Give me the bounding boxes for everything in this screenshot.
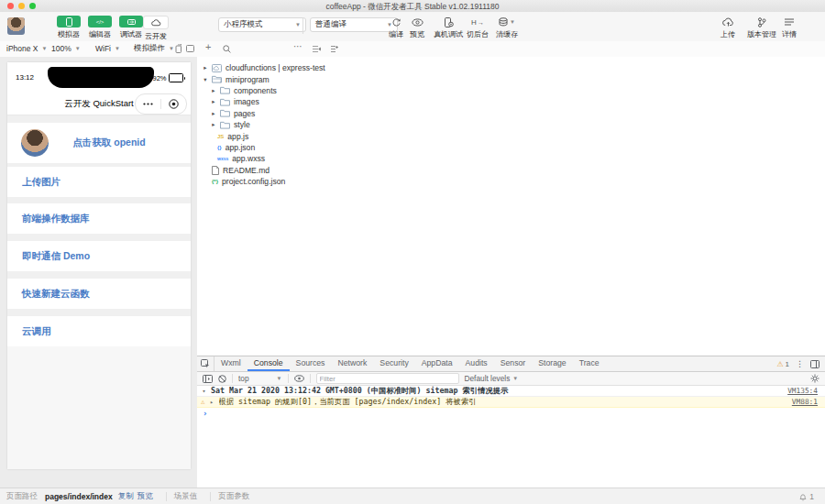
more-menu-button[interactable]: [136, 94, 160, 114]
menu-item-realtime-demo[interactable]: 即时通信 Demo: [7, 241, 191, 271]
console-sidebar-icon[interactable]: [203, 375, 213, 383]
screenshot-icon[interactable]: [186, 44, 194, 53]
log-levels-select[interactable]: Default levels ▼: [465, 374, 519, 383]
rotate-device-icon[interactable]: [175, 44, 182, 53]
tree-item-app-js[interactable]: JS app.js: [197, 130, 346, 141]
tab-wxml[interactable]: Wxml: [214, 356, 248, 371]
simulate-action-select[interactable]: 模拟操作 ▼: [134, 41, 174, 56]
details-button[interactable]: 详情: [782, 16, 797, 39]
expand-arrow-icon[interactable]: ▸: [211, 98, 216, 105]
tab-sources[interactable]: Sources: [290, 356, 332, 371]
expand-arrow-icon[interactable]: ▸: [209, 399, 215, 406]
user-avatar[interactable]: [7, 17, 25, 35]
more-options-icon[interactable]: ⋯: [293, 41, 302, 50]
tree-item-pages[interactable]: ▸ pages: [197, 108, 346, 119]
page-params-label[interactable]: 页面参数: [218, 491, 249, 502]
network-select[interactable]: WiFi ▼: [95, 41, 120, 56]
page-path-label: 页面路径: [6, 491, 38, 502]
menu-item-cloud-call[interactable]: 云调用: [7, 316, 191, 346]
open-in-editor-icon[interactable]: [330, 44, 338, 53]
console-log-row[interactable]: ▾ Sat Mar 21 2020 13:12:42 GMT+0800 (中国标…: [197, 386, 825, 397]
tree-item-label: app.json: [226, 143, 256, 152]
chevron-down-icon: ▼: [512, 376, 518, 381]
tree-item-components[interactable]: ▸ components: [197, 85, 346, 96]
collapse-arrow-icon[interactable]: ▾: [201, 388, 207, 395]
cloud-dev-button[interactable]: 云开发: [140, 16, 171, 41]
preview-button[interactable]: 预览: [410, 16, 424, 39]
tree-item-label: miniprogram: [226, 75, 270, 84]
inspect-element-icon[interactable]: [197, 356, 214, 371]
tree-item-app-json[interactable]: {} app.json: [197, 142, 346, 153]
clear-cache-button[interactable]: ▼ 清缓存: [496, 16, 518, 39]
compile-mode-select[interactable]: 普通编译 ▼: [310, 17, 398, 32]
menu-item-upload-image[interactable]: 上传图片: [7, 167, 191, 197]
phone-gear-icon: [443, 16, 454, 27]
tree-item-cloudfunctions[interactable]: ▸ cloudfunctions | express-test: [197, 62, 346, 73]
tree-item-label: pages: [234, 109, 255, 118]
tab-appdata[interactable]: AppData: [415, 356, 459, 371]
tab-sensor[interactable]: Sensor: [494, 356, 533, 371]
tab-audits[interactable]: Audits: [459, 356, 494, 371]
console-filter-input[interactable]: [316, 373, 459, 384]
console-warning-row[interactable]: ⚠ ▸ 根据 sitemap 的规则[0]，当前页面 [pages/index/…: [197, 397, 825, 408]
editor-area[interactable]: [346, 57, 825, 356]
expand-arrow-icon[interactable]: ▸: [203, 64, 208, 71]
console-prompt[interactable]: ›: [197, 408, 825, 418]
menu-item-database[interactable]: 前端操作数据库: [7, 203, 191, 234]
device-select-value: iPhone X: [6, 44, 38, 53]
scene-value-label[interactable]: 场景值: [174, 491, 198, 502]
expand-arrow-icon[interactable]: ▸: [211, 87, 216, 94]
expand-arrow-icon[interactable]: ▸: [211, 110, 216, 117]
menu-item-new-cloud-function[interactable]: 快速新建云函数: [7, 279, 191, 309]
phone-simulator[interactable]: 13:12 92% 云开发 QuickStart 点击获取 openid: [7, 62, 191, 469]
simulator-toggle-button[interactable]: 模拟器: [53, 16, 84, 39]
tree-item-images[interactable]: ▸ images: [197, 96, 346, 107]
close-miniprogram-button[interactable]: [161, 94, 186, 114]
notification-badge[interactable]: 1: [799, 492, 814, 501]
warning-count: 1: [786, 360, 789, 368]
source-link[interactable]: VM135:4: [787, 387, 818, 395]
upload-button[interactable]: 上传: [720, 16, 735, 39]
battery-indicator: 92%: [152, 73, 185, 82]
collapse-arrow-icon[interactable]: ▾: [203, 76, 208, 83]
remote-debug-button[interactable]: 真机调试: [434, 16, 463, 39]
source-link[interactable]: VM88:1: [792, 398, 818, 406]
tab-console[interactable]: Console: [248, 356, 290, 371]
capsule-menu: [135, 93, 187, 115]
context-select[interactable]: top ▼: [238, 374, 282, 383]
compile-button[interactable]: 编译: [389, 16, 403, 39]
tab-security[interactable]: Security: [373, 356, 414, 371]
simulator-panel: 13:12 92% 云开发 QuickStart 点击获取 openid: [0, 57, 198, 488]
preview-path-link[interactable]: 预览: [138, 491, 153, 502]
menu-lines-icon: [785, 16, 794, 27]
console-settings-icon[interactable]: [810, 374, 820, 383]
clear-console-icon[interactable]: [218, 375, 226, 383]
tree-item-miniprogram[interactable]: ▾ miniprogram: [197, 73, 346, 84]
mode-select[interactable]: 小程序模式 ▼: [218, 17, 306, 32]
tree-item-project-config[interactable]: {*} project.config.json: [197, 176, 346, 187]
tree-item-style[interactable]: ▸ style: [197, 119, 346, 130]
warning-count-badge[interactable]: ⚠ 1: [776, 360, 789, 368]
devtools-menu-icon[interactable]: ⋮: [796, 359, 804, 368]
search-icon[interactable]: [223, 44, 231, 53]
editor-toggle-label: 编辑器: [89, 29, 111, 39]
collapse-all-icon[interactable]: [313, 44, 321, 53]
expand-arrow-icon[interactable]: ▸: [211, 121, 216, 128]
tree-item-readme[interactable]: README.md: [197, 165, 346, 176]
dock-side-icon[interactable]: [810, 360, 820, 368]
get-openid-button[interactable]: 点击获取 openid: [55, 123, 163, 163]
tree-item-app-wxss[interactable]: wxss app.wxss: [197, 153, 346, 164]
console-warning-text: 根据 sitemap 的规则[0]，当前页面 [pages/index/inde…: [219, 397, 788, 407]
copy-path-link[interactable]: 复制: [118, 491, 134, 502]
tab-storage[interactable]: Storage: [532, 356, 572, 371]
version-control-button[interactable]: 版本管理: [747, 16, 776, 39]
tab-network[interactable]: Network: [331, 356, 373, 371]
eye-icon[interactable]: [294, 375, 304, 382]
tab-trace[interactable]: Trace: [573, 356, 606, 371]
add-file-icon[interactable]: +: [205, 42, 211, 51]
background-switch-icon: H→: [471, 16, 484, 27]
zoom-select[interactable]: 100% ▼: [51, 41, 81, 56]
device-select[interactable]: iPhone X ▼: [6, 41, 47, 56]
background-switch-button[interactable]: H→ 切后台: [467, 16, 489, 39]
editor-toggle-button[interactable]: </> 编辑器: [84, 16, 116, 39]
